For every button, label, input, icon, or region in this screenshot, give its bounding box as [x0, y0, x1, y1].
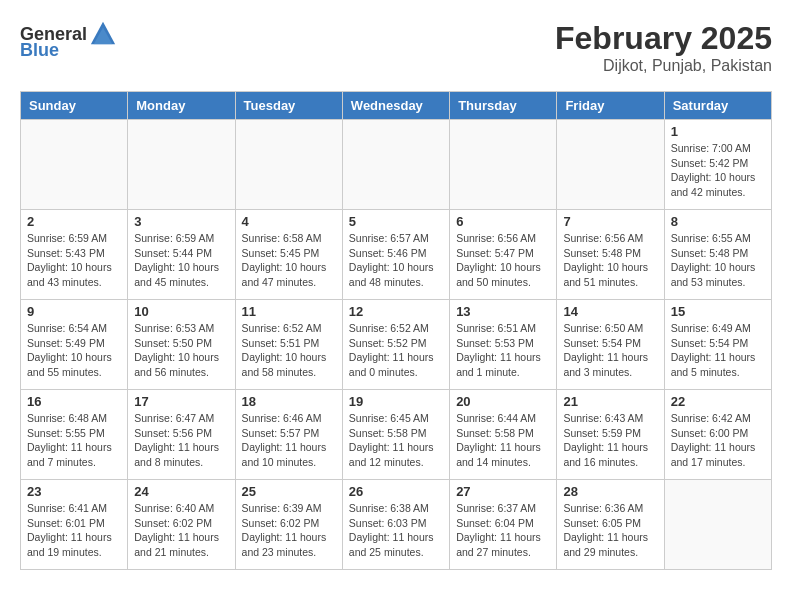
calendar-cell: 11Sunrise: 6:52 AM Sunset: 5:51 PM Dayli… — [235, 300, 342, 390]
main-title: February 2025 — [555, 20, 772, 57]
calendar-week-5: 23Sunrise: 6:41 AM Sunset: 6:01 PM Dayli… — [21, 480, 772, 570]
day-number: 22 — [671, 394, 765, 409]
calendar-cell: 6Sunrise: 6:56 AM Sunset: 5:47 PM Daylig… — [450, 210, 557, 300]
day-number: 2 — [27, 214, 121, 229]
calendar-week-2: 2Sunrise: 6:59 AM Sunset: 5:43 PM Daylig… — [21, 210, 772, 300]
calendar-cell: 9Sunrise: 6:54 AM Sunset: 5:49 PM Daylig… — [21, 300, 128, 390]
calendar-cell: 8Sunrise: 6:55 AM Sunset: 5:48 PM Daylig… — [664, 210, 771, 300]
calendar-cell — [342, 120, 449, 210]
calendar-header-monday: Monday — [128, 92, 235, 120]
day-number: 5 — [349, 214, 443, 229]
day-number: 6 — [456, 214, 550, 229]
calendar-cell: 4Sunrise: 6:58 AM Sunset: 5:45 PM Daylig… — [235, 210, 342, 300]
day-number: 28 — [563, 484, 657, 499]
day-number: 16 — [27, 394, 121, 409]
day-number: 7 — [563, 214, 657, 229]
day-number: 10 — [134, 304, 228, 319]
day-number: 21 — [563, 394, 657, 409]
day-info: Sunrise: 6:52 AM Sunset: 5:51 PM Dayligh… — [242, 321, 336, 380]
day-number: 18 — [242, 394, 336, 409]
subtitle: Dijkot, Punjab, Pakistan — [555, 57, 772, 75]
calendar-cell: 2Sunrise: 6:59 AM Sunset: 5:43 PM Daylig… — [21, 210, 128, 300]
day-number: 13 — [456, 304, 550, 319]
calendar-week-4: 16Sunrise: 6:48 AM Sunset: 5:55 PM Dayli… — [21, 390, 772, 480]
day-info: Sunrise: 6:50 AM Sunset: 5:54 PM Dayligh… — [563, 321, 657, 380]
page-header: General Blue February 2025 Dijkot, Punja… — [20, 20, 772, 75]
calendar-cell: 3Sunrise: 6:59 AM Sunset: 5:44 PM Daylig… — [128, 210, 235, 300]
day-info: Sunrise: 6:56 AM Sunset: 5:47 PM Dayligh… — [456, 231, 550, 290]
calendar-header-saturday: Saturday — [664, 92, 771, 120]
day-info: Sunrise: 6:58 AM Sunset: 5:45 PM Dayligh… — [242, 231, 336, 290]
day-number: 4 — [242, 214, 336, 229]
calendar-cell — [450, 120, 557, 210]
day-info: Sunrise: 6:57 AM Sunset: 5:46 PM Dayligh… — [349, 231, 443, 290]
day-info: Sunrise: 6:42 AM Sunset: 6:00 PM Dayligh… — [671, 411, 765, 470]
calendar-cell: 22Sunrise: 6:42 AM Sunset: 6:00 PM Dayli… — [664, 390, 771, 480]
day-info: Sunrise: 6:51 AM Sunset: 5:53 PM Dayligh… — [456, 321, 550, 380]
calendar-cell — [128, 120, 235, 210]
calendar-header-tuesday: Tuesday — [235, 92, 342, 120]
day-number: 25 — [242, 484, 336, 499]
calendar-week-3: 9Sunrise: 6:54 AM Sunset: 5:49 PM Daylig… — [21, 300, 772, 390]
calendar-cell: 27Sunrise: 6:37 AM Sunset: 6:04 PM Dayli… — [450, 480, 557, 570]
day-info: Sunrise: 6:52 AM Sunset: 5:52 PM Dayligh… — [349, 321, 443, 380]
day-number: 1 — [671, 124, 765, 139]
calendar-cell: 14Sunrise: 6:50 AM Sunset: 5:54 PM Dayli… — [557, 300, 664, 390]
day-info: Sunrise: 6:56 AM Sunset: 5:48 PM Dayligh… — [563, 231, 657, 290]
day-info: Sunrise: 6:54 AM Sunset: 5:49 PM Dayligh… — [27, 321, 121, 380]
day-number: 19 — [349, 394, 443, 409]
calendar-cell: 5Sunrise: 6:57 AM Sunset: 5:46 PM Daylig… — [342, 210, 449, 300]
logo-text-blue: Blue — [20, 40, 59, 61]
day-number: 14 — [563, 304, 657, 319]
day-number: 26 — [349, 484, 443, 499]
calendar-cell: 26Sunrise: 6:38 AM Sunset: 6:03 PM Dayli… — [342, 480, 449, 570]
calendar-cell: 17Sunrise: 6:47 AM Sunset: 5:56 PM Dayli… — [128, 390, 235, 480]
calendar-cell: 21Sunrise: 6:43 AM Sunset: 5:59 PM Dayli… — [557, 390, 664, 480]
calendar-table: SundayMondayTuesdayWednesdayThursdayFrid… — [20, 91, 772, 570]
calendar-header-thursday: Thursday — [450, 92, 557, 120]
day-number: 8 — [671, 214, 765, 229]
calendar-cell — [664, 480, 771, 570]
calendar-cell: 1Sunrise: 7:00 AM Sunset: 5:42 PM Daylig… — [664, 120, 771, 210]
day-info: Sunrise: 6:36 AM Sunset: 6:05 PM Dayligh… — [563, 501, 657, 560]
calendar-cell: 20Sunrise: 6:44 AM Sunset: 5:58 PM Dayli… — [450, 390, 557, 480]
calendar-cell: 15Sunrise: 6:49 AM Sunset: 5:54 PM Dayli… — [664, 300, 771, 390]
calendar-cell: 13Sunrise: 6:51 AM Sunset: 5:53 PM Dayli… — [450, 300, 557, 390]
day-info: Sunrise: 6:40 AM Sunset: 6:02 PM Dayligh… — [134, 501, 228, 560]
calendar-header-wednesday: Wednesday — [342, 92, 449, 120]
calendar-cell: 25Sunrise: 6:39 AM Sunset: 6:02 PM Dayli… — [235, 480, 342, 570]
calendar-cell: 23Sunrise: 6:41 AM Sunset: 6:01 PM Dayli… — [21, 480, 128, 570]
day-number: 12 — [349, 304, 443, 319]
calendar-cell: 24Sunrise: 6:40 AM Sunset: 6:02 PM Dayli… — [128, 480, 235, 570]
calendar-header-sunday: Sunday — [21, 92, 128, 120]
calendar-header-friday: Friday — [557, 92, 664, 120]
day-number: 11 — [242, 304, 336, 319]
day-number: 27 — [456, 484, 550, 499]
calendar-cell: 28Sunrise: 6:36 AM Sunset: 6:05 PM Dayli… — [557, 480, 664, 570]
day-info: Sunrise: 6:44 AM Sunset: 5:58 PM Dayligh… — [456, 411, 550, 470]
day-number: 15 — [671, 304, 765, 319]
calendar-cell: 19Sunrise: 6:45 AM Sunset: 5:58 PM Dayli… — [342, 390, 449, 480]
day-info: Sunrise: 6:47 AM Sunset: 5:56 PM Dayligh… — [134, 411, 228, 470]
day-info: Sunrise: 6:48 AM Sunset: 5:55 PM Dayligh… — [27, 411, 121, 470]
logo-icon — [89, 20, 117, 48]
calendar-cell — [235, 120, 342, 210]
day-info: Sunrise: 6:38 AM Sunset: 6:03 PM Dayligh… — [349, 501, 443, 560]
day-info: Sunrise: 6:49 AM Sunset: 5:54 PM Dayligh… — [671, 321, 765, 380]
calendar-cell — [557, 120, 664, 210]
day-info: Sunrise: 6:53 AM Sunset: 5:50 PM Dayligh… — [134, 321, 228, 380]
calendar-cell — [21, 120, 128, 210]
day-info: Sunrise: 6:59 AM Sunset: 5:44 PM Dayligh… — [134, 231, 228, 290]
day-info: Sunrise: 6:41 AM Sunset: 6:01 PM Dayligh… — [27, 501, 121, 560]
day-number: 24 — [134, 484, 228, 499]
day-number: 9 — [27, 304, 121, 319]
calendar-cell: 7Sunrise: 6:56 AM Sunset: 5:48 PM Daylig… — [557, 210, 664, 300]
calendar-cell: 18Sunrise: 6:46 AM Sunset: 5:57 PM Dayli… — [235, 390, 342, 480]
day-number: 23 — [27, 484, 121, 499]
calendar-week-1: 1Sunrise: 7:00 AM Sunset: 5:42 PM Daylig… — [21, 120, 772, 210]
day-info: Sunrise: 6:45 AM Sunset: 5:58 PM Dayligh… — [349, 411, 443, 470]
calendar-header-row: SundayMondayTuesdayWednesdayThursdayFrid… — [21, 92, 772, 120]
calendar-cell: 12Sunrise: 6:52 AM Sunset: 5:52 PM Dayli… — [342, 300, 449, 390]
day-info: Sunrise: 6:46 AM Sunset: 5:57 PM Dayligh… — [242, 411, 336, 470]
logo: General Blue — [20, 20, 117, 61]
